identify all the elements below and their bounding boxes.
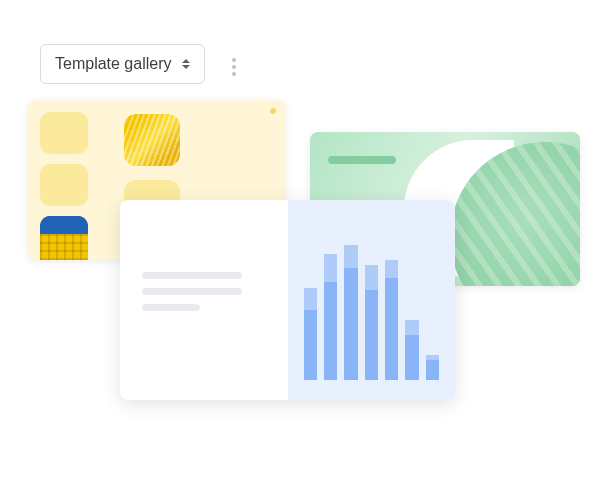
bar-5: [385, 260, 398, 380]
bar-chart: [288, 200, 456, 400]
bar-3: [344, 245, 357, 380]
bar-6: [405, 320, 418, 380]
text-placeholder: [142, 304, 200, 311]
indicator-dot: [270, 108, 276, 114]
more-options-button[interactable]: [226, 52, 242, 82]
tile-placeholder: [40, 112, 88, 154]
chart-text-panel: [120, 200, 288, 400]
text-placeholder: [142, 288, 242, 295]
more-vert-icon: [232, 58, 236, 62]
bar-7: [426, 355, 439, 380]
bar-4: [365, 265, 378, 380]
yellow-photo-tile: [124, 114, 180, 166]
bar-1: [304, 288, 317, 380]
template-card-chart[interactable]: [120, 200, 455, 400]
dropdown-label: Template gallery: [55, 55, 172, 73]
tile-placeholder: [40, 164, 88, 206]
sort-icon: [182, 59, 190, 69]
bar-2: [324, 254, 337, 380]
architecture-photo-tile: [40, 216, 88, 260]
title-placeholder: [328, 156, 396, 164]
text-placeholder: [142, 272, 242, 279]
template-gallery-dropdown[interactable]: Template gallery: [40, 44, 205, 84]
